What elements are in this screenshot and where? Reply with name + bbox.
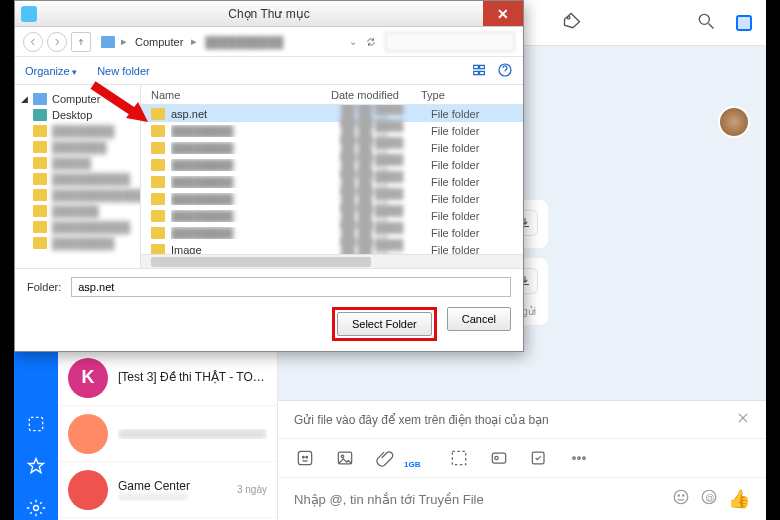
refresh-button[interactable]	[361, 32, 381, 52]
organize-menu[interactable]: Organize	[25, 65, 77, 77]
folder-icon	[151, 244, 165, 255]
close-button[interactable]: ✕	[483, 1, 523, 26]
folder-icon	[151, 159, 165, 171]
app-icon	[21, 6, 37, 22]
folder-icon	[151, 125, 165, 137]
svg-line-7	[709, 23, 714, 28]
folder-icon	[151, 108, 165, 120]
dialog-title: Chọn Thư mục	[228, 7, 309, 21]
file-list: Name Date modified Type asp.net ██/██/██…	[141, 85, 523, 268]
svg-point-19	[583, 457, 586, 460]
sender-avatar	[718, 106, 750, 138]
file-row[interactable]: ████████ ██/██/████ ██:██ SA File folder	[141, 207, 523, 224]
svg-point-21	[678, 495, 680, 497]
emoji-icon[interactable]	[672, 488, 690, 510]
svg-point-4	[34, 506, 39, 511]
card-icon[interactable]	[488, 447, 510, 469]
image-icon[interactable]	[334, 447, 356, 469]
screenshot-icon[interactable]	[448, 447, 470, 469]
file-row[interactable]: ████████ ██/██/████ ██:██ SA File folder	[141, 156, 523, 173]
svg-rect-27	[474, 71, 479, 74]
svg-rect-8	[298, 451, 311, 464]
breadcrumb[interactable]: Computer	[135, 36, 183, 48]
tag-icon[interactable]	[562, 11, 582, 35]
horizontal-scrollbar[interactable]	[141, 254, 523, 268]
file-row[interactable]: ████████ ██/██/████ ██:██ SA File folder	[141, 173, 523, 190]
file-row[interactable]: ████████ ██/██/████ ██:██ SA File folder	[141, 224, 523, 241]
pc-icon	[33, 93, 47, 105]
message-input[interactable]	[294, 492, 662, 507]
file-row[interactable]: asp.net ██/██/████ ██:██ SA File folder	[141, 105, 523, 122]
svg-rect-28	[480, 71, 485, 74]
svg-rect-25	[474, 65, 479, 68]
conversation-title: [Test 3] Đề thi THẬT - TOEI…	[118, 370, 267, 384]
new-folder-button[interactable]: New folder	[97, 65, 150, 77]
composer-toolbar: 1GB	[278, 439, 766, 478]
folder-icon	[151, 193, 165, 205]
search-icon[interactable]	[696, 11, 716, 35]
folder-label: Folder:	[27, 281, 61, 293]
forward-button[interactable]	[47, 32, 67, 52]
folder-icon	[151, 210, 165, 222]
svg-point-18	[578, 457, 581, 460]
avatar: K	[68, 358, 108, 398]
svg-point-22	[683, 495, 685, 497]
back-button[interactable]	[23, 32, 43, 52]
pc-icon	[101, 36, 115, 48]
file-row[interactable]: ████████ ██/██/████ ██:██ SA File folder	[141, 139, 523, 156]
composer-hint: Gửi file vào đây để xem trên điện thoại …	[294, 413, 549, 427]
cancel-button[interactable]: Cancel	[447, 307, 511, 331]
conversation-item[interactable]: K [Test 3] Đề thi THẬT - TOEI…N	[58, 350, 277, 406]
conversation-item[interactable]: Game Center 3 ngày	[58, 462, 277, 518]
file-row[interactable]: ████████ ██/██/████ ██:██ SA File folder	[141, 190, 523, 207]
view-menu[interactable]	[471, 62, 487, 80]
nav-tree[interactable]: ◢Computer Desktop ████████ ███████ █████…	[15, 85, 141, 268]
avatar	[68, 414, 108, 454]
conversation-title: Game Center	[118, 479, 227, 493]
svg-rect-26	[480, 65, 485, 68]
folder-input[interactable]	[71, 277, 511, 297]
help-button[interactable]	[497, 62, 513, 80]
composer: Gửi file vào đây để xem trên điện thoại …	[278, 400, 766, 520]
more-icon[interactable]	[568, 447, 590, 469]
close-hint-button[interactable]	[736, 411, 750, 428]
breadcrumb[interactable]: ██████████	[205, 36, 283, 48]
task-icon[interactable]	[528, 447, 550, 469]
conversation-item[interactable]	[58, 406, 277, 462]
svg-point-10	[306, 456, 308, 458]
star-icon[interactable]	[24, 454, 48, 478]
svg-point-5	[567, 16, 570, 19]
dialog-toolbar: Organize New folder	[15, 57, 523, 85]
dialog-nav: ▸ Computer ▸ ██████████ ⌄	[15, 27, 523, 57]
settings-icon[interactable]	[24, 496, 48, 520]
attach-limit: 1GB	[404, 460, 420, 469]
svg-text:@: @	[705, 493, 714, 503]
thumbs-up-button[interactable]: 👍	[728, 488, 750, 510]
capture-icon[interactable]	[24, 412, 48, 436]
attach-icon[interactable]	[374, 447, 396, 469]
mention-icon[interactable]: @	[700, 488, 718, 510]
dialog-titlebar: Chọn Thư mục ✕	[15, 1, 523, 27]
svg-point-15	[495, 456, 498, 459]
svg-rect-13	[453, 451, 466, 464]
column-headers[interactable]: Name Date modified Type	[141, 85, 523, 105]
select-folder-button[interactable]: Select Folder	[337, 312, 432, 336]
svg-point-6	[699, 14, 709, 24]
folder-icon	[151, 176, 165, 188]
svg-point-20	[674, 490, 688, 504]
avatar	[68, 470, 108, 510]
conversation-time: 3 ngày	[237, 484, 267, 495]
panel-toggle[interactable]	[736, 15, 752, 31]
svg-point-9	[303, 456, 305, 458]
svg-point-12	[341, 455, 344, 458]
svg-point-17	[573, 457, 576, 460]
file-row[interactable]: ████████ ██/██/████ ██:██ SA File folder	[141, 122, 523, 139]
svg-rect-3	[29, 417, 42, 430]
folder-picker-dialog: Chọn Thư mục ✕ ▸ Computer ▸ ██████████ ⌄…	[14, 0, 524, 352]
folder-icon	[151, 142, 165, 154]
file-row[interactable]: Image ██/██/████ ██:██ SA File folder	[141, 241, 523, 254]
search-input[interactable]	[385, 32, 515, 52]
sticker-icon[interactable]	[294, 447, 316, 469]
folder-icon	[151, 227, 165, 239]
up-button[interactable]	[71, 32, 91, 52]
